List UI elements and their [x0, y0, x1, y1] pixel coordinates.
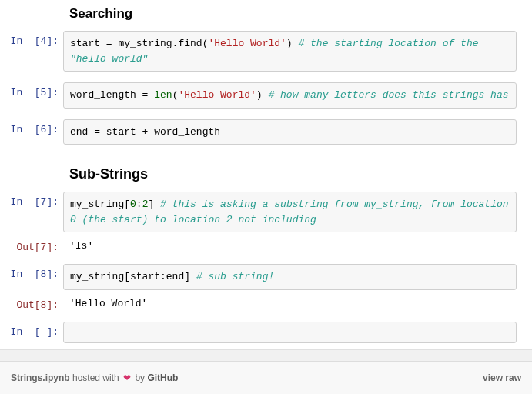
cell-in-6: In [6]: end = start + word_length: [0, 119, 517, 145]
prompt-in-4: In [4]:: [0, 31, 63, 47]
prompt-in-6: In [6]:: [0, 119, 63, 135]
code-input-empty[interactable]: [63, 322, 517, 343]
cell-in-5: In [5]: word_length = len('Hello World')…: [0, 82, 517, 109]
gist-footer: Strings.ipynb hosted with ❤ by GitHub vi…: [0, 361, 532, 394]
code-input-4[interactable]: start = my_string.find('Hello World') # …: [63, 31, 517, 72]
prompt-in-5: In [5]:: [0, 82, 63, 98]
heading-substrings: Sub-Strings: [69, 166, 517, 182]
cell-out-7: Out[7]: 'Is': [0, 237, 517, 253]
heading-searching: Searching: [69, 6, 517, 22]
output-7: 'Is': [63, 237, 517, 253]
code-input-7[interactable]: my_string[0:2] # this is asking a substr…: [63, 192, 517, 232]
code-number: 0: [130, 199, 136, 210]
code-comment: # sub string!: [196, 271, 274, 282]
code-text: my_string[: [70, 199, 130, 210]
prompt-in-8: In [8]:: [0, 264, 63, 280]
prompt-in-empty: In [ ]:: [0, 322, 63, 338]
code-input-8[interactable]: my_string[start:end] # sub string!: [63, 264, 517, 290]
code-text: start = my_string.find(: [70, 38, 208, 49]
code-text: end = start + word_length: [70, 126, 220, 138]
code-text: ): [256, 89, 269, 101]
cell-out-8: Out[8]: 'Hello World': [0, 295, 517, 311]
cell-in-empty: In [ ]:: [0, 322, 517, 343]
github-link[interactable]: GitHub: [147, 372, 178, 383]
prompt-in-7: In [7]:: [0, 192, 63, 208]
code-op: :: [136, 199, 142, 210]
prompt-out-7: Out[7]:: [0, 237, 63, 253]
code-comment: # how many letters does this strings has: [268, 89, 508, 101]
gist-viewport: Searching In [4]: start = my_string.find…: [0, 0, 532, 394]
notebook-body: Searching In [4]: start = my_string.find…: [0, 6, 517, 349]
footer-by-text: by: [132, 372, 147, 383]
code-text: my_string[start:end]: [70, 271, 196, 282]
code-text: ]: [148, 199, 160, 210]
cell-in-7: In [7]: my_string[0:2] # this is asking …: [0, 192, 517, 232]
cell-in-8: In [8]: my_string[start:end] # sub strin…: [0, 264, 517, 290]
filename-link[interactable]: Strings.ipynb: [11, 372, 70, 383]
code-text: word_length =: [70, 89, 154, 101]
output-8: 'Hello World': [63, 295, 517, 311]
horizontal-scrollbar[interactable]: [0, 349, 532, 362]
notebook-scroll[interactable]: Searching In [4]: start = my_string.find…: [0, 0, 532, 349]
code-string: 'Hello World': [208, 38, 286, 49]
prompt-out-8: Out[8]:: [0, 295, 63, 311]
cell-in-4: In [4]: start = my_string.find('Hello Wo…: [0, 31, 517, 72]
footer-left: Strings.ipynb hosted with ❤ by GitHub: [11, 372, 178, 383]
heart-icon: ❤: [123, 372, 131, 383]
code-input-6[interactable]: end = start + word_length: [63, 119, 517, 145]
code-string: 'Hello World': [178, 89, 256, 101]
code-builtin: len: [154, 89, 172, 101]
footer-hosted-text: hosted with: [70, 372, 122, 383]
code-text: ): [286, 38, 299, 49]
view-raw-link[interactable]: view raw: [483, 372, 521, 383]
code-input-5[interactable]: word_length = len('Hello World') # how m…: [63, 82, 517, 109]
